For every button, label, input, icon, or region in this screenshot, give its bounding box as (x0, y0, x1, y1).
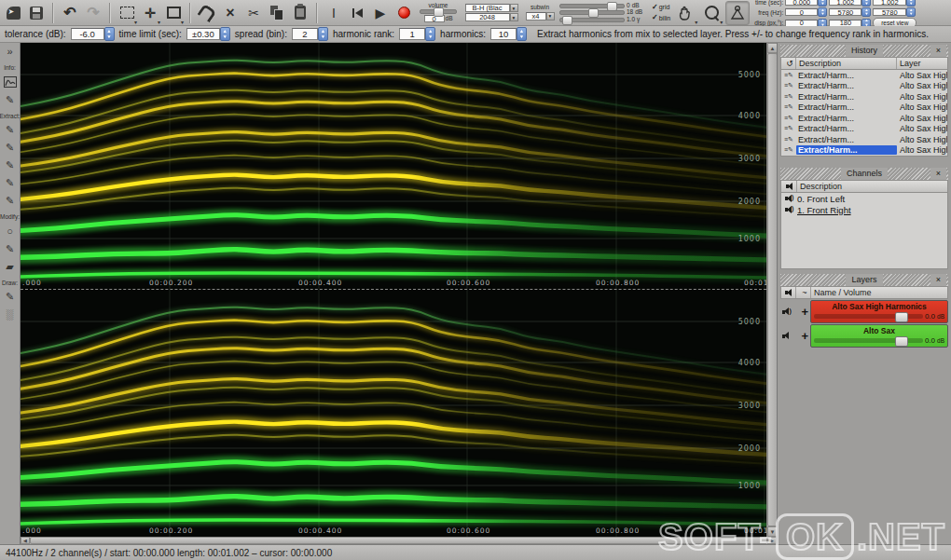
time-end-stepper[interactable]: ▲▼ (861, 0, 871, 7)
modify-eraser-icon[interactable]: ▰ (3, 260, 18, 274)
spectrum-info-icon[interactable] (3, 75, 18, 89)
channel-row[interactable]: ))0. Front Left (781, 193, 947, 204)
delete-icon[interactable]: × (220, 2, 241, 24)
info-pen-icon[interactable]: ✎ (3, 93, 18, 107)
history-col-layer[interactable]: Layer (897, 58, 947, 69)
collapse-icon[interactable]: » (3, 45, 18, 59)
spread-stepper[interactable]: ▲▼ (318, 27, 328, 41)
chevron-down-icon[interactable]: ▾ (510, 4, 518, 12)
layers-panel-titlebar[interactable]: Layers × (780, 274, 948, 286)
freq-end-stepper[interactable]: ▲▼ (861, 7, 871, 17)
freq-end-field[interactable]: 5780 (829, 8, 861, 16)
spread-field[interactable]: 2 (292, 28, 318, 40)
time-end-field[interactable]: 1.002 (829, 0, 861, 6)
import-icon[interactable] (3, 2, 23, 24)
play-icon[interactable]: ▶ (370, 2, 391, 24)
harmonic-rank-stepper[interactable]: ▲▼ (425, 27, 435, 41)
history-row[interactable]: ≡✎Extract/Harm...Alto Sax High ... (781, 70, 947, 81)
window-function-select[interactable]: B-H (Blac (465, 4, 510, 12)
zoom-tool-icon[interactable]: ▾ (700, 2, 723, 24)
paste-icon[interactable] (290, 2, 310, 24)
select-tool-icon[interactable]: ▾ (117, 2, 137, 24)
magnet-icon[interactable] (197, 2, 217, 24)
undo-icon[interactable]: ↶ (60, 2, 80, 24)
history-row[interactable]: ≡✎Extract/Harm...Alto Sax High ... (781, 81, 947, 92)
extract-lines-pen-icon[interactable]: ✎ (3, 176, 18, 190)
freq-start-stepper[interactable]: ▲▼ (818, 7, 827, 17)
layer-volume-slider[interactable] (814, 314, 923, 319)
channel-row[interactable]: ))1. Front Right (781, 204, 947, 215)
history-row[interactable]: ≡✎Extract/Harm...Alto Sax High ... (781, 145, 947, 157)
modify-circle-icon[interactable]: ○ (3, 225, 18, 239)
close-icon[interactable]: × (930, 168, 946, 180)
layer-row[interactable]: +Alto Sax0.0dB (780, 324, 948, 348)
history-row[interactable]: ≡✎Extract/Harm...Alto Sax High ... (781, 113, 947, 124)
tolerance-field[interactable]: -6.0 (71, 28, 104, 40)
add-layer-icon[interactable]: + (801, 306, 808, 318)
harmonics-field[interactable]: 10 (490, 28, 517, 40)
freq-span-stepper[interactable]: ▲▼ (906, 7, 916, 17)
horizontal-scrollbar[interactable]: ◀ ▶ (21, 537, 777, 544)
history-row[interactable]: ≡✎Extract/Harm...Alto Sax High ... (781, 102, 947, 114)
scroll-left-icon[interactable]: ◀ (21, 537, 30, 544)
volume-slider[interactable] (420, 9, 457, 14)
time-span-field[interactable]: 1.002 (873, 0, 906, 6)
time-start-stepper[interactable]: ▲▼ (818, 0, 827, 7)
copy-icon[interactable] (267, 2, 287, 24)
axes-tool-icon[interactable] (725, 1, 750, 25)
history-row[interactable]: ≡✎Extract/Harm...Alto Sax High ... (781, 134, 947, 145)
grid-checkbox[interactable]: ✓grid (652, 3, 669, 12)
fft-size-select[interactable]: 2048 (465, 13, 510, 21)
record-icon[interactable] (393, 2, 414, 24)
history-row[interactable]: ≡✎Extract/Harm...Alto Sax High ... (781, 91, 947, 102)
extract-noise-pen-icon[interactable]: ✎ (3, 141, 18, 155)
draw-spray-icon[interactable]: ░ (3, 307, 18, 321)
tolerance-stepper[interactable]: ▲▼ (104, 27, 115, 41)
horizontal-scrollbar-thumb[interactable] (30, 537, 767, 544)
chevron-down-icon[interactable]: ▾ (510, 13, 518, 21)
gain-top-slider[interactable] (559, 4, 625, 8)
extract-pen-icon[interactable]: ✎ (3, 123, 18, 137)
history-col-description[interactable]: Description (796, 58, 897, 69)
bilin-checkbox[interactable]: ✓bilin (652, 13, 670, 22)
freq-start-field[interactable]: 0 (785, 8, 818, 16)
close-icon[interactable]: × (930, 274, 946, 286)
skip-to-start-icon[interactable] (347, 2, 367, 24)
layers-col-name-volume[interactable]: Name / Volume (811, 287, 947, 298)
extract-pen-2-icon[interactable]: ✎ (3, 158, 18, 172)
close-icon[interactable]: × (930, 45, 946, 57)
modify-anchor-pen-icon[interactable]: ✎ (3, 242, 18, 256)
speaker-icon[interactable] (782, 332, 792, 340)
chevron-down-icon[interactable]: ▾ (546, 12, 555, 20)
spectrogram-area[interactable]: 50004000300020001000 .00000:00.20000:00.… (21, 43, 766, 537)
add-layer-icon[interactable]: + (801, 330, 808, 342)
freq-span-field[interactable]: 5780 (873, 8, 906, 16)
layer-volume-slider[interactable] (814, 338, 923, 343)
subwin-select[interactable]: x4 (526, 12, 546, 20)
draw-pen-icon[interactable]: ✎ (3, 290, 18, 304)
gain-mid-slider[interactable] (559, 10, 625, 15)
vertical-scrollbar[interactable]: ▲ ▼ (766, 43, 777, 537)
ibeam-cursor-icon[interactable]: I (324, 2, 344, 24)
layer-row[interactable]: ))+Alto Sax High Harmonics0.0dB (780, 300, 948, 323)
speaker-icon[interactable]: )) (781, 195, 797, 203)
spectrogram-channel-left[interactable]: 50004000300020001000 .00000:00.20000:00.… (21, 43, 766, 290)
time-limit-field[interactable]: ±0.30 (186, 28, 220, 40)
time-span-stepper[interactable]: ▲▼ (906, 0, 916, 7)
extract-harmonics-pen-icon[interactable]: ✎ (3, 194, 18, 208)
save-icon[interactable] (26, 2, 47, 24)
speaker-icon[interactable]: )) (782, 307, 792, 316)
time-start-field[interactable]: 0.000 (785, 0, 818, 6)
harmonic-rank-field[interactable]: 1 (399, 28, 425, 40)
history-row[interactable]: ≡✎Extract/Harm...Alto Sax High ... (781, 124, 947, 135)
history-panel-titlebar[interactable]: History × (780, 45, 948, 57)
time-limit-stepper[interactable]: ▲▼ (220, 27, 230, 41)
cut-icon[interactable]: ✂ (243, 2, 264, 24)
channels-panel-titlebar[interactable]: Channels × (780, 168, 948, 180)
spectrogram-channel-right[interactable]: 50004000300020001000 .00000:00.20000:00.… (21, 290, 766, 537)
transform-tool-icon[interactable]: ▾ (163, 2, 184, 24)
speaker-icon[interactable]: )) (781, 206, 797, 214)
harmonics-stepper[interactable]: ▲▼ (517, 27, 527, 41)
scroll-right-icon[interactable]: ▶ (767, 537, 777, 544)
hand-tool-icon[interactable]: ▾ (673, 2, 697, 24)
